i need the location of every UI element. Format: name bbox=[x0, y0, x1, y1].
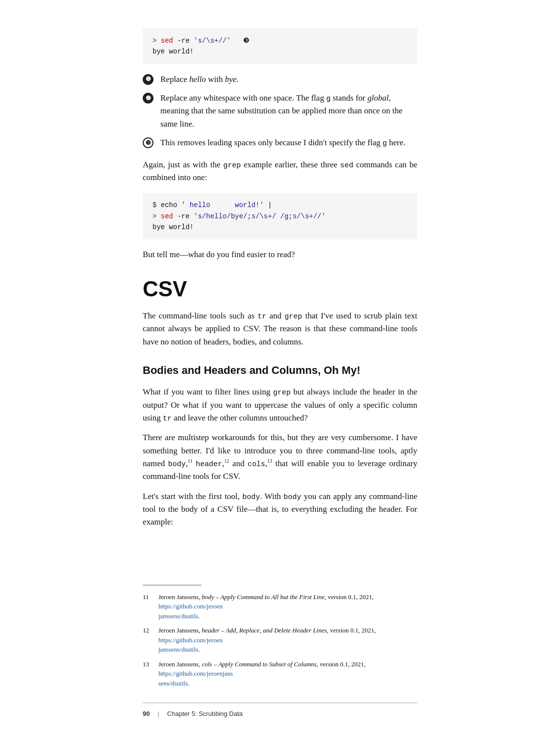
code-line-1: > sed -re 's/\s+//' ❸ bbox=[153, 35, 407, 46]
list-item-1: ❶ Replace hello with bye. bbox=[143, 73, 417, 86]
footnotes-section: 11 Jeroen Janssens, body – Apply Command… bbox=[143, 592, 417, 688]
footnote-text-13: Jeroen Janssens, cols – Apply Command to… bbox=[158, 659, 417, 688]
footer-separator: | bbox=[157, 709, 159, 719]
bodies-paragraph-1: What if you want to filter lines using g… bbox=[143, 386, 417, 424]
footnote-text-11: Jeroen Janssens, body – Apply Command to… bbox=[158, 592, 417, 621]
list-text-1: Replace hello with bye. bbox=[160, 73, 417, 86]
paragraph-read-question: But tell me—what do you find easier to r… bbox=[143, 248, 417, 261]
code-block-2: $ echo ' hello world!' | > sed -re 's/he… bbox=[143, 193, 417, 239]
footnote-num-11: 11 bbox=[143, 592, 154, 602]
paragraph-combined-intro: Again, just as with the grep example ear… bbox=[143, 158, 417, 184]
bodies-heading: Bodies and Headers and Columns, Oh My! bbox=[143, 362, 417, 379]
footnote-link-12[interactable]: https://github.com/jeroenjanssens/dsutil… bbox=[158, 636, 223, 654]
page-footer: 90 | Chapter 5: Scrubbing Data bbox=[143, 709, 417, 719]
footer-chapter: Chapter 5: Scrubbing Data bbox=[167, 709, 243, 719]
code-block-1: > sed -re 's/\s+//' ❸ bye world! bbox=[143, 28, 417, 64]
list-item-3: ❸ This removes leading spaces only becau… bbox=[143, 136, 417, 149]
code-line-5: bye world! bbox=[153, 222, 407, 233]
code-line-3: $ echo ' hello world!' | bbox=[153, 200, 407, 210]
csv-heading: CSV bbox=[143, 277, 417, 301]
csv-paragraph-1: The command-line tools such as tr and gr… bbox=[143, 310, 417, 348]
footnote-text-12: Jeroen Janssens, header – Add, Replace, … bbox=[158, 626, 417, 655]
footer-page-num: 90 bbox=[143, 709, 150, 719]
badge-3: ❸ bbox=[143, 137, 153, 148]
footnote-12: 12 Jeroen Janssens, header – Add, Replac… bbox=[143, 626, 417, 655]
numbered-list: ❶ Replace hello with bye. ❷ Replace any … bbox=[143, 73, 417, 150]
footnote-num-12: 12 bbox=[143, 626, 154, 635]
footnote-11: 11 Jeroen Janssens, body – Apply Command… bbox=[143, 592, 417, 621]
page-container: > sed -re 's/\s+//' ❸ bye world! ❶ Repla… bbox=[113, 0, 447, 736]
list-item-2: ❷ Replace any whitespace with one space.… bbox=[143, 92, 417, 131]
bottom-rule bbox=[143, 703, 417, 703]
bodies-paragraph-2: There are multistep workarounds for this… bbox=[143, 431, 417, 483]
code-line-2: bye world! bbox=[153, 46, 407, 57]
badge-2: ❷ bbox=[143, 93, 153, 104]
spacer bbox=[143, 536, 417, 565]
footnote-divider bbox=[143, 585, 202, 585]
footnote-num-13: 13 bbox=[143, 659, 154, 669]
footnote-13: 13 Jeroen Janssens, cols – Apply Command… bbox=[143, 659, 417, 688]
footnote-link-13[interactable]: https://github.com/jeroenjanssens/dsutil… bbox=[158, 670, 233, 687]
badge-1: ❶ bbox=[143, 74, 153, 85]
list-text-3: This removes leading spaces only because… bbox=[160, 136, 417, 149]
code-line-4: > sed -re 's/hello/bye/;s/\s+/ /g;s/\s+/… bbox=[153, 211, 407, 222]
bodies-paragraph-3: Let's start with the first tool, body. W… bbox=[143, 490, 417, 529]
footnote-link-11[interactable]: https://github.com/jeroenjanssens/dsutil… bbox=[158, 603, 223, 620]
list-text-2: Replace any whitespace with one space. T… bbox=[160, 92, 417, 131]
